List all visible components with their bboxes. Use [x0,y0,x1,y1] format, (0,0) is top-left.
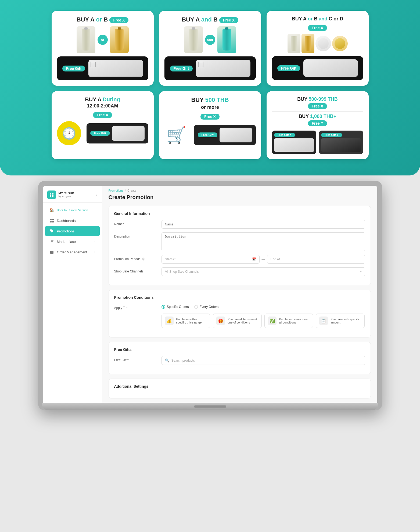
apply-to-label: Apply To* [114,304,157,310]
promo-card-6: BUY 500-999 THB Free X BUY 1,000 THB+ Fr… [267,91,369,159]
form-row-description: Description [114,232,365,251]
card-6-title-2: BUY 1,000 THB+ [272,114,363,119]
search-placeholder: Search products [171,359,195,362]
radio-every-orders[interactable]: Every Orders [194,305,219,309]
free-gifts-card: Free Gifts Free Gifts* 🔍 Search products [109,342,371,374]
card-1-title: BUY A or B Free X [77,16,128,23]
clutch-bag-1 [88,60,143,77]
channels-label: Shop Sale Channels [114,267,157,273]
additional-settings-card: Additional Settings [109,379,371,398]
period-label: Promotion Period* ⓘ [114,255,157,261]
sidebar-dashboards-label: Dashboards [57,219,76,223]
end-date-input[interactable]: End At [267,255,365,264]
condition-card-all-conditions[interactable]: ✅ Purchased items meet all conditions [264,314,313,328]
sidebar-navigation: 🏠 Back to Current Version [43,203,102,403]
sidebar-promotions-label: Promotions [57,229,75,233]
form-row-channels: Shop Sale Channels All Shop Sale Channel… [114,267,365,276]
radio-dot-every [194,305,198,309]
sidebar-order-management-label: Order Management [57,250,87,254]
name-input[interactable] [161,220,365,229]
sidebar-item-dashboards[interactable]: Dashboards [45,215,100,226]
general-info-title: General Information [114,211,365,216]
free-gifts-label: Free Gifts* [114,356,157,362]
laptop-base [42,403,378,410]
sidebar-back-link[interactable]: 🏠 Back to Current Version [45,205,100,215]
or-badge-1: or [98,35,108,45]
promo-card-1: BUY A or B Free X or Fr [52,11,154,86]
card-4-title: BUY A During 12:00-2:00AM [85,96,120,109]
form-row-name: Name* [114,220,365,229]
channels-placeholder: All Shop Sale Channels [165,270,199,274]
breadcrumb-promotions-link[interactable]: Promotions [109,189,124,192]
start-date-input[interactable]: Start At 📅 [161,255,260,264]
card-5-title: BUY 500 THB or more [191,96,229,110]
svg-rect-1 [52,193,53,195]
specific-orders-label: Specific Orders [167,305,189,309]
svg-point-8 [51,230,51,231]
condition-specific-label: Purchase with specific amount [331,318,361,324]
condition-card-one-condition[interactable]: 🎁 Purchased items meet one of conditions [213,314,262,328]
condition-card-specific-amount[interactable]: 📋 Purchase with specific amount [316,314,365,328]
condition-all-label: Purchased items meet all conditions [279,318,310,324]
description-input[interactable] [161,232,365,251]
card-3-free-gift: Free Gift [272,56,363,80]
promo-row-2: BUY A During 12:00-2:00AM Free X 🕛 Free … [16,91,404,159]
promo-card-5: BUY 500 THB or more Free X 🛒 Free Gift [159,91,261,159]
promo-card-4: BUY A During 12:00-2:00AM Free X 🕛 Free … [52,91,154,159]
card-1-products: or [57,26,148,53]
channels-select[interactable]: All Shop Sale Channels ▾ [161,267,365,276]
every-orders-label: Every Orders [200,305,219,309]
box-icon [49,250,54,254]
card-2-title: BUY A and B Free X [182,16,238,23]
promo-card-2: BUY A and B Free X and Free Gift [159,11,261,86]
clock-icon: 🕛 [57,121,81,145]
form-row-apply-to: Apply To* Specific Orders Every Orders [114,304,365,310]
svg-rect-6 [50,221,52,222]
free-gifts-search[interactable]: 🔍 Search products [161,356,365,365]
promo-illustration: BUY A or B Free X or Fr [0,0,420,175]
home-icon: 🏠 [49,208,54,213]
conditions-title: Promotion Conditions [114,295,365,300]
sidebar-collapse-button[interactable]: ‹ [96,193,98,197]
channels-chevron-icon: ▾ [360,270,362,274]
laptop-frame: MY CLOUD by incognite ‹ 🏠 Back to Curren… [38,181,382,410]
sidebar: MY CLOUD by incognite ‹ 🏠 Back to Curren… [43,186,102,403]
svg-point-10 [52,243,53,243]
name-label: Name* [114,220,157,226]
page-title: Create Promotion [102,193,377,206]
grid-icon [49,218,54,223]
promo-row-1: BUY A or B Free X or Fr [16,11,404,86]
condition-card-price-range[interactable]: 💰 Purchase within specific price range [161,314,210,328]
and-badge-2: and [205,35,215,45]
free-gifts-title: Free Gifts [114,347,365,352]
calendar-icon-start: 📅 [252,257,256,261]
logo-text: MY CLOUD by incognite [59,192,74,198]
svg-rect-3 [52,195,53,197]
conditions-card: Promotion Conditions Apply To* Specific … [109,290,371,337]
form-row-conditions: 💰 Purchase within specific price range 🎁… [114,314,365,328]
end-date-placeholder: End At [271,257,280,261]
search-icon: 🔍 [165,358,169,362]
svg-point-9 [51,243,52,243]
date-separator: — [262,257,265,261]
sidebar-item-marketplace[interactable]: Marketplace › [45,236,100,247]
radio-specific-orders[interactable]: Specific Orders [161,305,189,309]
additional-settings-title: Additional Settings [114,384,365,389]
svg-rect-4 [50,219,52,220]
all-conditions-icon: ✅ [268,317,277,325]
sidebar-item-order-management[interactable]: Order Management › [45,247,100,257]
sidebar-item-promotions[interactable]: Promotions [45,226,100,236]
start-date-placeholder: Start At [165,257,175,261]
card-1-free-gift: Free Gift [57,56,148,80]
tag-icon [49,229,54,233]
breadcrumb: Promotions / Create [102,186,377,193]
general-info-card: General Information Name* Description [109,206,371,285]
main-content: Promotions / Create Create Promotion Gen… [102,186,377,403]
one-condition-icon: 🎁 [216,317,225,325]
breadcrumb-create: Create [127,189,136,192]
radio-dot-specific [161,305,165,309]
logo-icon [47,190,56,199]
laptop-wrapper: MY CLOUD by incognite ‹ 🏠 Back to Curren… [0,165,420,421]
cart-icon [49,239,54,244]
form-row-period: Promotion Period* ⓘ Start At 📅 — End At [114,255,365,264]
